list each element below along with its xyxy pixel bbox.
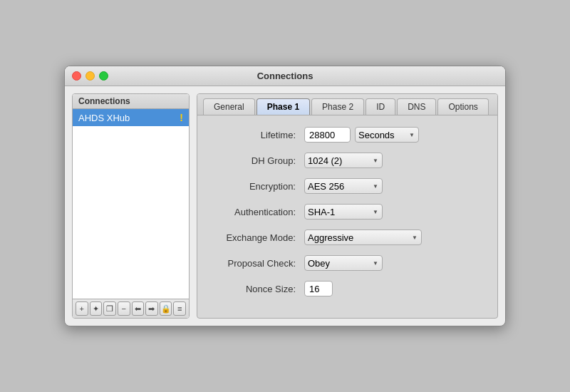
dhgroup-select[interactable]: 768 (1) 1024 (2) 1536 (5) 2048 (14) <box>304 153 383 168</box>
lifetime-controls: Seconds Minutes Hours <box>304 127 419 143</box>
tab-dns[interactable]: DNS <box>397 98 436 115</box>
tab-bar: General Phase 1 Phase 2 ID DNS Options <box>197 94 497 115</box>
proposal-check-wrapper: Obey Strict Claim Exact <box>304 255 383 271</box>
zoom-button[interactable] <box>99 71 108 81</box>
import-button[interactable]: ⬅ <box>132 301 145 316</box>
close-button[interactable] <box>72 71 81 81</box>
traffic-lights <box>72 71 108 81</box>
dhgroup-label: DH Group: <box>212 155 304 166</box>
proposal-check-select[interactable]: Obey Strict Claim Exact <box>304 255 383 271</box>
dhgroup-wrapper: 768 (1) 1024 (2) 1536 (5) 2048 (14) <box>304 153 383 168</box>
nonce-size-label: Nonce Size: <box>212 284 304 294</box>
sidebar-list: AHDS XHub ! <box>73 109 189 299</box>
lifetime-unit-wrapper: Seconds Minutes Hours <box>355 127 419 143</box>
sidebar-item-warning-icon: ! <box>180 112 183 123</box>
authentication-row: Authentication: MD5 SHA-1 SHA-256 <box>212 204 483 220</box>
nonce-size-input[interactable] <box>304 281 333 296</box>
encryption-label: Encryption: <box>212 181 304 192</box>
main-window: Connections Connections AHDS XHub ! + ✦ … <box>64 66 506 326</box>
exchange-mode-row: Exchange Mode: Main Aggressive Base <box>212 229 483 245</box>
exchange-mode-controls: Main Aggressive Base <box>304 229 422 245</box>
lifetime-row: Lifetime: Seconds Minutes Hours <box>212 127 483 143</box>
sidebar: Connections AHDS XHub ! + ✦ ❐ − ⬅ ➡ 🔒 ≡ <box>72 93 190 319</box>
proposal-check-label: Proposal Check: <box>212 258 304 269</box>
encryption-select[interactable]: DES 3DES AES 128 AES 256 <box>304 178 383 194</box>
window-title: Connections <box>257 71 314 81</box>
remove-button[interactable]: − <box>118 301 130 316</box>
encryption-row: Encryption: DES 3DES AES 128 AES 256 <box>212 178 483 194</box>
lock-button[interactable]: 🔒 <box>160 301 172 316</box>
authentication-controls: MD5 SHA-1 SHA-256 <box>304 204 383 220</box>
main-panel: General Phase 1 Phase 2 ID DNS Options <box>197 93 498 319</box>
duplicate-button[interactable]: ❐ <box>103 301 116 316</box>
star-button[interactable]: ✦ <box>90 301 103 316</box>
titlebar: Connections <box>65 66 505 86</box>
minimize-button[interactable] <box>86 71 95 81</box>
exchange-mode-label: Exchange Mode: <box>212 232 304 243</box>
dhgroup-row: DH Group: 768 (1) 1024 (2) 1536 (5) 2048… <box>212 153 483 168</box>
proposal-check-row: Proposal Check: Obey Strict Claim Exact <box>212 255 483 271</box>
encryption-controls: DES 3DES AES 128 AES 256 <box>304 178 383 194</box>
tab-general[interactable]: General <box>203 98 255 115</box>
nonce-size-controls <box>304 281 333 296</box>
tab-options[interactable]: Options <box>437 98 488 115</box>
sidebar-toolbar: + ✦ ❐ − ⬅ ➡ 🔒 ≡ <box>73 299 189 318</box>
panel-content: Lifetime: Seconds Minutes Hours <box>197 115 497 318</box>
nonce-size-row: Nonce Size: <box>212 281 483 296</box>
authentication-select[interactable]: MD5 SHA-1 SHA-256 <box>304 204 383 220</box>
lifetime-input[interactable] <box>304 127 351 143</box>
sidebar-item-ahds-xhub[interactable]: AHDS XHub ! <box>73 109 189 126</box>
tab-phase1[interactable]: Phase 1 <box>256 98 310 115</box>
sidebar-item-label: AHDS XHub <box>78 113 130 123</box>
tab-phase2[interactable]: Phase 2 <box>311 98 364 115</box>
exchange-mode-select[interactable]: Main Aggressive Base <box>304 229 422 245</box>
exchange-mode-wrapper: Main Aggressive Base <box>304 229 422 245</box>
window-body: Connections AHDS XHub ! + ✦ ❐ − ⬅ ➡ 🔒 ≡ <box>65 86 505 326</box>
authentication-label: Authentication: <box>212 207 304 217</box>
list-button[interactable]: ≡ <box>173 301 186 316</box>
dhgroup-controls: 768 (1) 1024 (2) 1536 (5) 2048 (14) <box>304 153 383 168</box>
tab-id[interactable]: ID <box>366 98 395 115</box>
sidebar-header: Connections <box>73 94 189 109</box>
export-button[interactable]: ➡ <box>145 301 158 316</box>
lifetime-unit-select[interactable]: Seconds Minutes Hours <box>355 127 419 143</box>
add-button[interactable]: + <box>76 301 88 316</box>
lifetime-label: Lifetime: <box>212 130 304 140</box>
proposal-check-controls: Obey Strict Claim Exact <box>304 255 383 271</box>
authentication-wrapper: MD5 SHA-1 SHA-256 <box>304 204 383 220</box>
encryption-wrapper: DES 3DES AES 128 AES 256 <box>304 178 383 194</box>
